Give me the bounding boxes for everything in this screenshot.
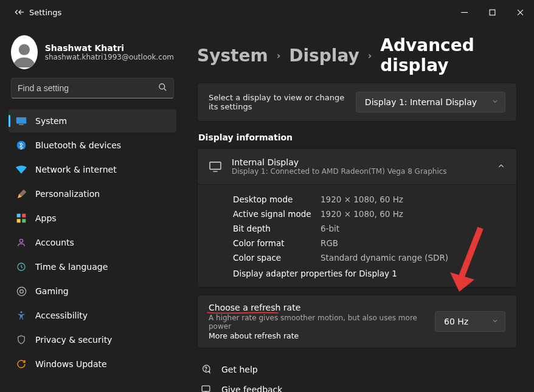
search-icon bbox=[158, 83, 167, 94]
svg-rect-7 bbox=[22, 214, 26, 218]
display-information-heading: Display information bbox=[198, 132, 517, 142]
profile-block[interactable]: Shashwat Khatri shashwat.khatri1993@outl… bbox=[9, 32, 176, 78]
maximize-button[interactable] bbox=[478, 1, 506, 24]
sidebar-item-privacy[interactable]: Privacy & security bbox=[9, 328, 176, 351]
privacy-icon bbox=[16, 334, 27, 345]
system-icon bbox=[16, 115, 27, 126]
svg-rect-8 bbox=[17, 219, 21, 222]
avatar bbox=[11, 35, 38, 69]
sidebar-item-label: Personalization bbox=[35, 189, 100, 199]
accessibility-icon bbox=[16, 310, 27, 321]
help-icon bbox=[199, 364, 212, 374]
display-info-title: Internal Display bbox=[232, 157, 487, 167]
breadcrumb: System › Display › Advanced display bbox=[197, 35, 517, 75]
display-info-header[interactable]: Internal Display Display 1: Connected to… bbox=[198, 149, 516, 185]
sidebar-item-accounts[interactable]: Accounts bbox=[9, 231, 176, 254]
sidebar-item-label: Apps bbox=[35, 213, 57, 223]
search-input[interactable] bbox=[18, 83, 158, 93]
display-selector-value: Display 1: Internal Display bbox=[365, 97, 477, 107]
svg-point-10 bbox=[19, 239, 23, 242]
sidebar-item-label: Accessibility bbox=[35, 311, 88, 320]
breadcrumb-display[interactable]: Display bbox=[289, 46, 359, 66]
accounts-icon bbox=[16, 237, 27, 248]
sidebar-item-label: Network & internet bbox=[35, 165, 117, 174]
adapter-properties-link[interactable]: Display adapter properties for Display 1 bbox=[233, 265, 505, 278]
chevron-down-icon bbox=[491, 317, 499, 326]
minimize-icon bbox=[461, 9, 468, 16]
svg-rect-15 bbox=[210, 162, 221, 170]
svg-rect-0 bbox=[490, 10, 495, 15]
sidebar-item-label: Accounts bbox=[35, 238, 74, 247]
sidebar-item-apps[interactable]: Apps bbox=[9, 207, 176, 230]
maximize-icon bbox=[489, 9, 496, 16]
person-icon bbox=[11, 39, 38, 69]
close-icon bbox=[517, 9, 524, 16]
update-icon bbox=[16, 359, 27, 370]
refresh-rate-dropdown[interactable]: 60 Hz bbox=[435, 311, 505, 332]
sidebar-item-bluetooth[interactable]: Bluetooth & devices bbox=[9, 134, 176, 157]
time-icon bbox=[16, 261, 27, 272]
svg-point-13 bbox=[19, 289, 23, 293]
chevron-right-icon: › bbox=[368, 50, 372, 61]
sidebar-item-label: Windows Update bbox=[35, 359, 107, 369]
info-row-active-signal: Active signal mode 1920 × 1080, 60 Hz bbox=[233, 207, 505, 221]
feedback-icon bbox=[199, 384, 212, 392]
svg-rect-17 bbox=[202, 386, 210, 391]
svg-rect-3 bbox=[16, 117, 27, 124]
svg-rect-6 bbox=[17, 214, 21, 218]
get-help-link[interactable]: Get help bbox=[199, 359, 517, 379]
monitor-icon bbox=[209, 161, 222, 172]
personalization-icon bbox=[16, 188, 27, 199]
refresh-rate-more-link[interactable]: More about refresh rate bbox=[209, 331, 426, 340]
sidebar-item-label: Privacy & security bbox=[35, 335, 112, 345]
gaming-icon bbox=[16, 286, 27, 297]
bluetooth-icon bbox=[16, 140, 27, 151]
network-icon bbox=[16, 164, 27, 175]
give-feedback-label: Give feedback bbox=[221, 385, 282, 393]
breadcrumb-advanced-display: Advanced display bbox=[380, 35, 517, 75]
info-row-bit-depth: Bit depth 6-bit bbox=[233, 221, 505, 236]
refresh-rate-card: Choose a refresh rate A higher rate give… bbox=[197, 295, 517, 348]
sidebar-item-windows-update[interactable]: Windows Update bbox=[9, 352, 176, 376]
sidebar-item-system[interactable]: System bbox=[9, 109, 176, 132]
display-info-subtitle: Display 1: Connected to AMD Radeon(TM) V… bbox=[232, 167, 487, 176]
sidebar-item-gaming[interactable]: Gaming bbox=[9, 280, 176, 303]
sidebar-item-label: Time & language bbox=[35, 262, 108, 272]
breadcrumb-system[interactable]: System bbox=[197, 46, 268, 66]
refresh-rate-title: Choose a refresh rate bbox=[209, 303, 300, 312]
apps-icon bbox=[16, 213, 27, 224]
display-selector-dropdown[interactable]: Display 1: Internal Display bbox=[356, 92, 505, 112]
sidebar-item-network[interactable]: Network & internet bbox=[9, 158, 176, 181]
svg-point-5 bbox=[17, 141, 26, 150]
get-help-label: Get help bbox=[221, 365, 258, 374]
chevron-down-icon bbox=[491, 97, 499, 107]
profile-email: shashwat.khatri1993@outlook.com bbox=[45, 53, 174, 61]
chevron-up-icon bbox=[497, 162, 505, 172]
sidebar-item-label: Bluetooth & devices bbox=[35, 140, 121, 150]
svg-point-2 bbox=[159, 84, 165, 89]
window-title: Settings bbox=[29, 8, 61, 17]
select-display-card: Select a display to view or change its s… bbox=[197, 83, 517, 122]
info-row-color-format: Color format RGB bbox=[233, 236, 505, 250]
display-info-card: Internal Display Display 1: Connected to… bbox=[197, 148, 517, 287]
search-input-wrapper[interactable] bbox=[11, 78, 174, 98]
sidebar-item-time-language[interactable]: Time & language bbox=[9, 255, 176, 278]
svg-point-1 bbox=[19, 44, 30, 55]
info-row-desktop-mode: Desktop mode 1920 × 1080, 60 Hz bbox=[233, 192, 505, 207]
svg-rect-9 bbox=[22, 219, 26, 222]
profile-name: Shashwat Khatri bbox=[45, 43, 174, 53]
select-display-prompt: Select a display to view or change its s… bbox=[209, 93, 346, 111]
close-button[interactable] bbox=[506, 1, 534, 24]
svg-point-12 bbox=[17, 287, 26, 295]
sidebar-item-personalization[interactable]: Personalization bbox=[9, 182, 176, 205]
info-row-color-space: Color space Standard dynamic range (SDR) bbox=[233, 250, 505, 265]
arrow-left-icon bbox=[17, 8, 26, 16]
svg-point-14 bbox=[20, 311, 22, 313]
svg-rect-4 bbox=[19, 124, 24, 125]
sidebar-item-label: Gaming bbox=[35, 286, 69, 296]
refresh-rate-value: 60 Hz bbox=[444, 317, 468, 326]
svg-point-16 bbox=[206, 370, 206, 371]
give-feedback-link[interactable]: Give feedback bbox=[199, 379, 517, 392]
minimize-button[interactable] bbox=[450, 1, 478, 24]
sidebar-item-accessibility[interactable]: Accessibility bbox=[9, 304, 176, 327]
